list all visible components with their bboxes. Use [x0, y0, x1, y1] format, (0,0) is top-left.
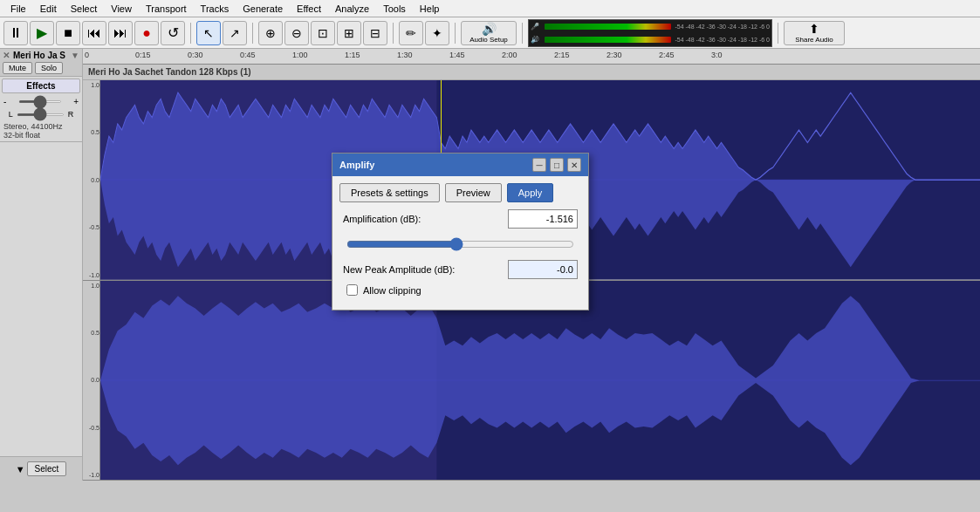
presets-settings-button[interactable]: Presets & settings — [339, 183, 440, 202]
select-down-arrow[interactable]: ▼ — [16, 464, 25, 474]
sep-2 — [252, 23, 253, 44]
multitool-button[interactable]: ✦ — [425, 21, 449, 45]
sep-3 — [393, 23, 394, 44]
slider-row — [339, 234, 581, 255]
gain-slider[interactable] — [18, 100, 62, 103]
dialog-titlebar: Amplify ─ □ ✕ — [332, 154, 588, 176]
playback-meter-bar — [545, 37, 671, 43]
dialog-btn-row: Presets & settings Preview Apply — [339, 183, 581, 202]
vu-meters: 🎤 -54 -48 -42 -36 -30 -24 -18 -12 -6 0 🔊… — [528, 19, 772, 47]
tick-245: 2:45 — [659, 51, 675, 59]
pan-slider[interactable] — [17, 113, 65, 116]
amplification-slider[interactable] — [346, 237, 574, 251]
allow-clipping-label[interactable]: Allow clipping — [363, 285, 421, 296]
scale2-n1-0: -1.0 — [89, 472, 99, 478]
menu-tracks[interactable]: Tracks — [194, 2, 236, 16]
audio-setup-button[interactable]: 🔊 Audio Setup — [461, 21, 517, 45]
tick-30: 0:30 — [188, 51, 203, 59]
select-tool-button[interactable]: ↖ — [196, 21, 221, 45]
loop-button[interactable]: ↺ — [161, 21, 185, 45]
solo-button[interactable]: Solo — [35, 62, 63, 74]
track-info: Stereo, 44100Hz 32-bit float — [0, 120, 82, 141]
draw-tool-button[interactable]: ✏ — [399, 21, 423, 45]
play-button[interactable]: ▶ — [30, 21, 54, 45]
dialog-body: Presets & settings Preview Apply Amplifi… — [332, 176, 588, 310]
prev-button[interactable]: ⏮ — [82, 21, 106, 45]
record-meter-bar — [545, 24, 671, 30]
sep-6 — [778, 23, 778, 44]
track-name: Meri Ho Ja S — [10, 51, 71, 60]
peak-label: New Peak Amplitude (dB): — [343, 264, 455, 275]
share-audio-button[interactable]: ⬆ Share Audio — [784, 21, 845, 45]
allow-clipping-checkbox[interactable] — [346, 284, 358, 296]
track-full-name: Meri Ho Ja Sachet Tandon 128 Kbps (1) — [88, 67, 251, 77]
share-audio-icon: ⬆ — [809, 22, 819, 36]
tick-300: 3:0 — [711, 51, 723, 59]
track-header: ✕ Meri Ho Ja S ▼ Mute Solo — [0, 49, 82, 77]
tick-45: 0:45 — [240, 51, 256, 59]
track-label-bar: Meri Ho Ja Sachet Tandon 128 Kbps (1) — [83, 65, 980, 80]
menu-analyze[interactable]: Analyze — [328, 2, 376, 16]
record-meter-icon: 🎤 — [531, 23, 543, 31]
tick-100: 1:00 — [292, 51, 308, 59]
menu-edit[interactable]: Edit — [33, 2, 64, 16]
tick-215: 2:15 — [554, 51, 570, 59]
amplification-input[interactable] — [508, 209, 578, 229]
peak-input[interactable] — [508, 260, 578, 279]
apply-button[interactable]: Apply — [507, 183, 554, 202]
next-button[interactable]: ⏭ — [108, 21, 133, 45]
dialog-title: Amplify — [339, 160, 374, 170]
dialog-maximize-button[interactable]: □ — [550, 158, 564, 172]
tick-145: 1:45 — [449, 51, 465, 59]
dialog-window-controls: ─ □ ✕ — [532, 158, 581, 172]
stop-button[interactable]: ■ — [56, 21, 80, 45]
track-close-btn[interactable]: ✕ — [3, 51, 10, 60]
menu-file[interactable]: File — [3, 2, 33, 16]
menu-generate[interactable]: Generate — [236, 2, 290, 16]
mute-button[interactable]: Mute — [3, 62, 32, 74]
tick-15: 0:15 — [135, 51, 151, 59]
pause-button[interactable]: ⏸ — [3, 21, 28, 45]
zoom-out-button[interactable]: ⊖ — [284, 21, 309, 45]
zoom-fit-sel-button[interactable]: ⊡ — [311, 21, 335, 45]
lr-slider-row: L R — [0, 108, 82, 120]
select-bar: ▼ Select — [0, 456, 82, 481]
tick-230: 2:30 — [607, 51, 622, 59]
record-button[interactable]: ● — [134, 21, 159, 45]
dialog-close-button[interactable]: ✕ — [567, 158, 581, 172]
y-scale-1: 1.0 0.5 0.0 -0.5 -1.0 — [83, 80, 100, 280]
tick-0: 0 — [85, 51, 89, 59]
zoom-toggle-button[interactable]: ⊟ — [363, 21, 387, 45]
scale-0-0: 0.0 — [91, 177, 99, 183]
track-menu-btn[interactable]: ▼ — [71, 51, 79, 60]
amplification-label: Amplification (dB): — [343, 214, 421, 224]
ruler-container: 0 0:15 0:30 0:45 1:00 1:15 1:30 1:45 2:0… — [83, 49, 980, 64]
track-panel: ✕ Meri Ho Ja S ▼ Mute Solo Effects - + L… — [0, 49, 83, 481]
tick-200: 2:00 — [502, 51, 517, 59]
preview-button[interactable]: Preview — [445, 183, 502, 202]
menu-help[interactable]: Help — [413, 2, 447, 16]
sep-4 — [455, 23, 456, 44]
amplification-field-row: Amplification (dB): — [339, 209, 581, 229]
peak-field-row: New Peak Amplitude (dB): — [339, 260, 581, 279]
gain-plus-button[interactable]: + — [73, 97, 79, 106]
menu-select[interactable]: Select — [64, 2, 105, 16]
zoom-in-button[interactable]: ⊕ — [258, 21, 283, 45]
right-label: R — [68, 110, 74, 119]
select-button[interactable]: Select — [27, 461, 67, 476]
audio-setup-label: Audio Setup — [469, 36, 508, 44]
effects-button[interactable]: Effects — [2, 79, 80, 93]
menu-view[interactable]: View — [104, 2, 139, 16]
envelope-tool-button[interactable]: ↗ — [223, 21, 247, 45]
share-audio-label: Share Audio — [795, 36, 833, 44]
sep-5 — [522, 23, 523, 44]
scale-n1-0: -1.0 — [89, 272, 99, 278]
edit-tools: ↖ ↗ — [196, 21, 247, 45]
gain-minus-button[interactable]: - — [3, 97, 6, 106]
menu-transport[interactable]: Transport — [139, 2, 194, 16]
menu-effect[interactable]: Effect — [290, 2, 328, 16]
draw-tools: ✏ ✦ — [399, 21, 449, 45]
zoom-fit-button[interactable]: ⊞ — [337, 21, 361, 45]
menu-tools[interactable]: Tools — [376, 2, 413, 16]
dialog-minimize-button[interactable]: ─ — [532, 158, 546, 172]
